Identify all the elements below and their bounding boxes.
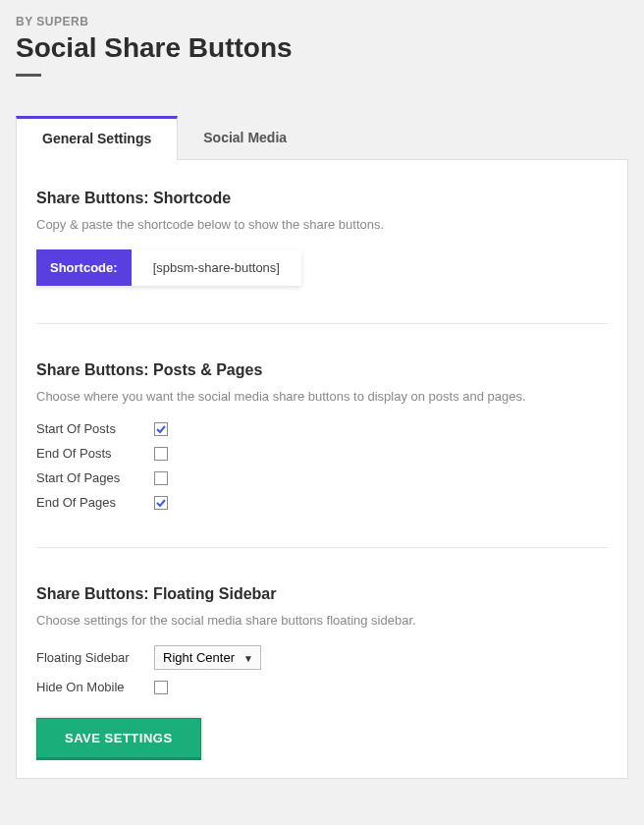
- checkbox-end-of-pages[interactable]: [154, 496, 168, 510]
- save-row: SAVE SETTINGS: [36, 718, 608, 758]
- section-desc-posts-pages: Choose where you want the social media s…: [36, 389, 608, 404]
- section-shortcode: Share Buttons: Shortcode Copy & paste th…: [36, 190, 608, 313]
- title-underline: [16, 74, 41, 77]
- option-end-of-pages: End Of Pages: [36, 495, 608, 510]
- shortcode-box: Shortcode: [spbsm-share-buttons]: [36, 249, 301, 286]
- option-end-of-posts: End Of Posts: [36, 446, 608, 461]
- page-title: Social Share Buttons: [16, 32, 628, 64]
- section-title-floating: Share Buttons: Floating Sidebar: [36, 585, 608, 603]
- label-end-of-posts: End Of Posts: [36, 446, 154, 461]
- option-floating-sidebar: Floating Sidebar Right Center ▼: [36, 645, 608, 670]
- shortcode-value[interactable]: [spbsm-share-buttons]: [132, 249, 301, 286]
- divider: [36, 323, 608, 324]
- section-title-shortcode: Share Buttons: Shortcode: [36, 190, 608, 207]
- section-desc-shortcode: Copy & paste the shortcode below to show…: [36, 217, 608, 232]
- checkbox-start-of-pages[interactable]: [154, 471, 168, 485]
- label-floating-sidebar: Floating Sidebar: [36, 650, 154, 665]
- checkbox-hide-on-mobile[interactable]: [154, 681, 168, 694]
- option-start-of-pages: Start Of Pages: [36, 470, 608, 485]
- divider: [36, 547, 608, 548]
- option-hide-on-mobile: Hide On Mobile: [36, 680, 608, 694]
- tab-general-settings[interactable]: General Settings: [16, 116, 178, 160]
- section-title-posts-pages: Share Buttons: Posts & Pages: [36, 361, 608, 379]
- checkbox-end-of-posts[interactable]: [154, 447, 168, 461]
- section-posts-pages: Share Buttons: Posts & Pages Choose wher…: [36, 361, 608, 537]
- checkbox-start-of-posts[interactable]: [154, 422, 168, 436]
- section-floating-sidebar: Share Buttons: Floating Sidebar Choose s…: [36, 585, 608, 694]
- check-icon: [156, 424, 166, 434]
- label-hide-on-mobile: Hide On Mobile: [36, 680, 154, 694]
- tabs: General Settings Social Media: [16, 116, 628, 160]
- save-settings-button[interactable]: SAVE SETTINGS: [36, 718, 201, 758]
- shortcode-badge-label: Shortcode:: [36, 249, 132, 286]
- settings-panel: Share Buttons: Shortcode Copy & paste th…: [16, 160, 628, 779]
- tab-social-media[interactable]: Social Media: [178, 116, 312, 159]
- section-desc-floating: Choose settings for the social media sha…: [36, 613, 608, 628]
- option-start-of-posts: Start Of Posts: [36, 421, 608, 436]
- select-floating-sidebar[interactable]: Right Center: [154, 645, 261, 670]
- byline: BY SUPERB: [16, 15, 628, 28]
- label-start-of-posts: Start Of Posts: [36, 421, 154, 436]
- label-end-of-pages: End Of Pages: [36, 495, 154, 510]
- label-start-of-pages: Start Of Pages: [36, 470, 154, 485]
- check-icon: [156, 498, 166, 508]
